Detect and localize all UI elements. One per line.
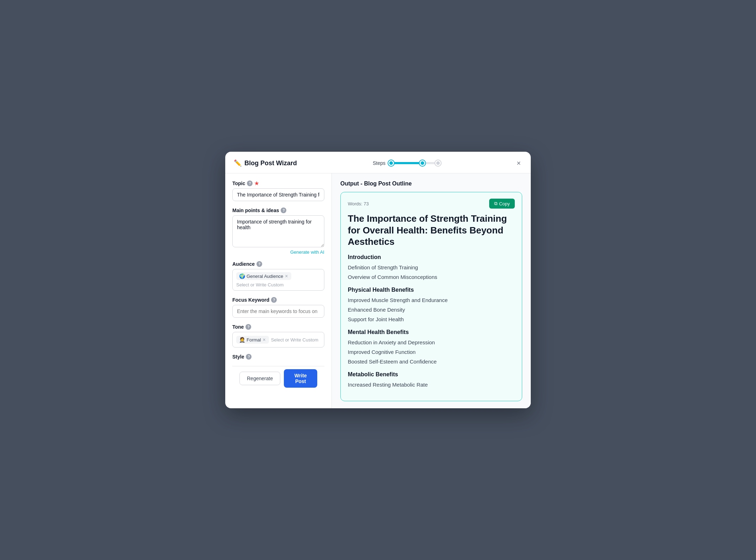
close-button[interactable]: × [515,158,522,168]
step-dot-3 [435,160,441,166]
tone-field-group: Tone ? 🤵 Formal × Select or Write Custom [232,324,324,348]
copy-icon: ⧉ [494,201,497,206]
section-item: Definition of Strength Training [348,263,515,272]
focus-keyword-label: Focus Keyword ? [232,297,324,303]
audience-help-icon[interactable]: ? [256,261,262,267]
outline-section: Mental Health BenefitsReduction in Anxie… [348,329,515,366]
style-help-icon[interactable]: ? [246,354,252,360]
outline-section: IntroductionDefinition of Strength Train… [348,254,515,282]
section-heading: Mental Health Benefits [348,329,515,335]
topic-help-icon[interactable]: ? [247,181,253,186]
generate-with-ai-link[interactable]: Generate with AI [232,249,324,255]
focus-keyword-label-text: Focus Keyword [232,297,269,303]
outline-section: Metabolic BenefitsIncreased Resting Meta… [348,371,515,389]
section-item: Reduction in Anxiety and Depression [348,338,515,347]
section-heading: Metabolic Benefits [348,371,515,378]
audience-tag-label: General Audience [247,274,283,279]
main-points-help-icon[interactable]: ? [281,208,286,213]
focus-keyword-input[interactable] [232,305,324,318]
copy-label: Copy [499,201,510,206]
audience-placeholder: Select or Write Custom [236,282,284,287]
tone-label-text: Tone [232,324,244,330]
steps-group: Steps [373,160,439,166]
tone-tag: 🤵 Formal × [236,336,269,344]
topic-label-text: Topic [232,181,245,186]
topic-field-group: Topic ? ★ [232,181,324,201]
steps-fill [390,162,422,164]
section-item: Increased Resting Metabolic Rate [348,380,515,389]
outline-card-header: Words: 73 ⧉ Copy [348,199,515,209]
topic-label: Topic ? ★ [232,181,324,186]
outline-card: Words: 73 ⧉ Copy The Importance of Stren… [340,192,522,401]
audience-label-text: Audience [232,261,255,267]
audience-tag-input[interactable]: 🌍 General Audience × Select or Write Cus… [232,269,324,291]
section-item: Support for Joint Health [348,314,515,324]
section-heading: Physical Health Benefits [348,287,515,293]
words-count: Words: 73 [348,201,369,206]
section-heading: Introduction [348,254,515,260]
output-title: Output - Blog Post Outline [340,181,522,187]
left-panel: Topic ? ★ Main points & ideas ? Generate… [225,173,332,408]
tone-tag-emoji: 🤵 [239,337,245,343]
blog-post-wizard-modal: ✏️ Blog Post Wizard Steps × [225,152,531,408]
step-dot-2 [420,160,425,166]
topic-required: ★ [254,181,259,186]
tone-placeholder: Select or Write Custom [271,337,318,343]
style-label-text: Style [232,354,244,360]
section-item: Boosted Self-Esteem and Confidence [348,357,515,366]
modal-title-group: ✏️ Blog Post Wizard [234,159,297,167]
modal-title: Blog Post Wizard [244,160,297,167]
modal-body: Topic ? ★ Main points & ideas ? Generate… [225,173,531,408]
main-points-textarea[interactable] [232,215,324,247]
section-item: Improved Muscle Strength and Endurance [348,295,515,305]
audience-field-group: Audience ? 🌍 General Audience × Select o… [232,261,324,291]
sections-container: IntroductionDefinition of Strength Train… [348,254,515,389]
tone-help-icon[interactable]: ? [245,324,251,330]
main-points-field-group: Main points & ideas ? Generate with AI [232,208,324,255]
outline-section: Physical Health BenefitsImproved Muscle … [348,287,515,324]
copy-button[interactable]: ⧉ Copy [489,199,515,209]
audience-tag: 🌍 General Audience × [236,272,291,280]
main-points-label-text: Main points & ideas [232,208,279,213]
focus-keyword-help-icon[interactable]: ? [271,297,277,303]
focus-keyword-field-group: Focus Keyword ? [232,297,324,318]
write-post-button[interactable]: Write Post [284,369,317,388]
modal-header: ✏️ Blog Post Wizard Steps × [225,152,531,173]
main-points-label: Main points & ideas ? [232,208,324,213]
step-dot-1 [388,160,394,166]
section-item: Improved Cognitive Function [348,347,515,357]
audience-label: Audience ? [232,261,324,267]
regenerate-button[interactable]: Regenerate [239,372,280,385]
modal-backdrop: ✏️ Blog Post Wizard Steps × [0,0,756,560]
topic-input[interactable] [232,188,324,201]
steps-track [390,162,439,164]
right-panel: Output - Blog Post Outline Words: 73 ⧉ C… [332,173,531,408]
tone-tag-remove[interactable]: × [262,337,266,342]
pencil-icon: ✏️ [234,159,242,167]
style-label: Style ? [232,354,324,360]
outline-main-title: The Importance of Strength Training for … [348,213,515,248]
tone-label: Tone ? [232,324,324,330]
audience-tag-remove[interactable]: × [285,274,288,279]
steps-label: Steps [373,160,385,166]
section-item: Enhanced Bone Density [348,305,515,314]
tone-tag-label: Formal [247,337,261,343]
modal-footer: Regenerate Write Post [232,366,324,393]
section-item: Overview of Common Misconceptions [348,272,515,282]
style-field-group: Style ? [232,354,324,360]
tone-tag-input[interactable]: 🤵 Formal × Select or Write Custom [232,332,324,348]
audience-tag-emoji: 🌍 [239,273,245,279]
